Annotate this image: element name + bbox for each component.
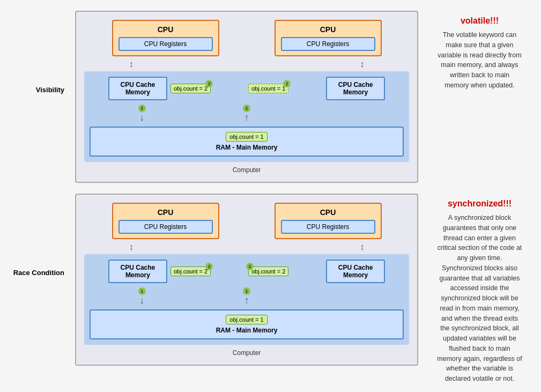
cpu2-registers: CPU Registers [281, 37, 375, 51]
cpu-box-3: CPU CPU Registers [112, 203, 219, 239]
ram-box-2: obj.count = 1 RAM - Main Memory [90, 309, 404, 339]
visibility-description: volatile!!! The volatile keyword can mak… [429, 11, 530, 96]
race-condition-diagram: CPU CPU Registers CPU CPU Registers ↕ ↕ [75, 194, 418, 366]
synchronized-title: synchronized!!! [437, 199, 522, 209]
cache-ram-area-2: CPU CacheMemory obj.count = 2 2 obj.coun… [84, 254, 409, 345]
cache-box-2: CPU CacheMemory [326, 77, 385, 100]
cpu4-registers: CPU Registers [281, 220, 375, 234]
ram-title-2: RAM - Main Memory [95, 327, 398, 334]
cpu4-title: CPU [281, 208, 375, 217]
badge-left-1: 2 [138, 105, 146, 112]
visibility-row: Visibility CPU CPU Registers CPU CPU Reg… [11, 11, 530, 183]
arrow-left-down: ↓ [139, 112, 144, 123]
arrow-right-up: ↑ [244, 112, 249, 123]
cpu3-title: CPU [118, 208, 213, 217]
badge-cache1: 2 [205, 80, 213, 87]
obj-bubble-dashed: obj.count = 1 1 [248, 84, 288, 93]
ram-obj-2: obj.count = 1 [226, 315, 267, 324]
arrow-down-2: ↕ [351, 60, 373, 69]
cache-box-4: CPU CacheMemory [326, 260, 385, 283]
race-condition-description: synchronized!!! A synchronized block gua… [429, 194, 530, 389]
obj-bubble-cache1: obj.count = 2 2 [171, 84, 211, 93]
badge-cache3: 2 [205, 263, 213, 270]
cpu1-registers: CPU Registers [118, 37, 213, 51]
arrow-down-1: ↕ [121, 60, 142, 69]
cache-row-2: CPU CacheMemory obj.count = 2 2 obj.coun… [90, 260, 404, 283]
arrows-cpu-cache-1: ↕ ↕ [84, 60, 409, 69]
arrows-cache-ram-2: 1 ↓ 1 ↑ [90, 287, 404, 306]
ram-box-1: obj.count = 1 RAM - Main Memory [90, 127, 404, 157]
cpu-row-1: CPU CPU Registers CPU CPU Registers [84, 20, 409, 56]
cpu-box-2: CPU CPU Registers [275, 20, 382, 56]
badge-dashed: 1 [283, 80, 291, 87]
cache-box-3: CPU CacheMemory [108, 260, 167, 283]
cache-row-1: CPU CacheMemory obj.count = 2 2 obj.coun… [90, 77, 404, 100]
computer-label-2: Computer [84, 349, 409, 357]
arrow-down-3: ↕ [121, 242, 142, 252]
cpu-box-1: CPU CPU Registers [112, 20, 219, 56]
ram-title-1: RAM - Main Memory [95, 144, 398, 151]
arrows-cache-ram-1: 2 ↓ 2 ↑ [90, 105, 404, 123]
visibility-label: Visibility [11, 11, 64, 94]
arrow-right-up-2: ↑ [244, 295, 249, 306]
obj-bubble-cache3: obj.count = 2 2 [171, 267, 211, 276]
volatile-desc: The volatile keyword can make sure that … [437, 30, 522, 91]
badge-right-2: 1 [243, 287, 250, 295]
badge-right-1: 2 [243, 105, 250, 112]
computer-label-1: Computer [84, 166, 409, 174]
visibility-diagram: CPU CPU Registers CPU CPU Registers ↕ ↕ [75, 11, 418, 183]
cpu1-title: CPU [118, 25, 213, 34]
cache-ram-area-1: CPU CacheMemory obj.count = 2 2 obj.coun… [84, 71, 409, 162]
cpu2-title: CPU [281, 25, 375, 34]
arrows-cpu-cache-2: ↕ ↕ [84, 242, 409, 252]
badge-left-2: 1 [138, 287, 146, 295]
ram-obj-1: obj.count = 1 [226, 132, 267, 142]
race-condition-label: Race Condition [11, 194, 64, 277]
cpu3-registers: CPU Registers [118, 220, 213, 234]
badge-solid: 2 [246, 263, 254, 270]
main-container: Visibility CPU CPU Registers CPU CPU Reg… [11, 11, 530, 389]
cpu-box-4: CPU CPU Registers [275, 203, 382, 239]
race-condition-row: Race Condition CPU CPU Registers CPU CPU… [11, 194, 530, 389]
volatile-title: volatile!!! [437, 16, 522, 26]
obj-bubble-solid: obj.count = 2 2 [248, 267, 288, 276]
cache-box-1: CPU CacheMemory [108, 77, 167, 100]
cpu-row-2: CPU CPU Registers CPU CPU Registers [84, 203, 409, 239]
arrow-down-4: ↕ [351, 242, 373, 252]
synchronized-desc: A synchronized block guarantees that onl… [437, 213, 522, 384]
arrow-left-down-2: ↓ [139, 295, 144, 306]
